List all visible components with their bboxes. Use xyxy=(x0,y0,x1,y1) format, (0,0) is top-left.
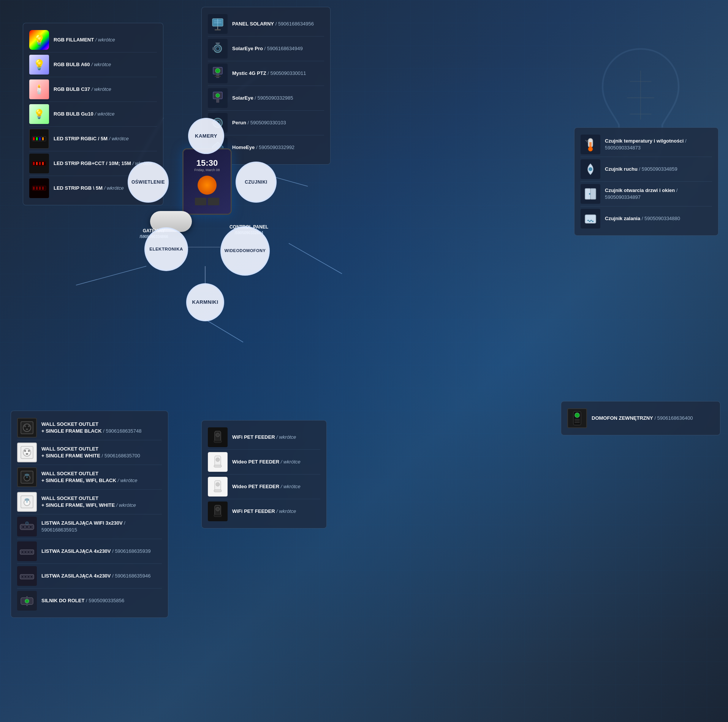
list-item: °C Czujnik temperatury i wilgotności / 5… xyxy=(581,132,712,157)
socket-wifi-white-text: WALL SOCKET OUTLET+ SINGLE FRAME, WIFI, … xyxy=(41,495,136,509)
list-item: Czujnik otwarcia drzwi i okien / 5905090… xyxy=(581,182,712,206)
czujnik-drzwi-icon xyxy=(581,184,600,204)
domofon-icon xyxy=(567,408,587,428)
list-item: WiFi PET FEEDER / wkrótce xyxy=(208,425,320,450)
wifi-pet-feeder-1-icon xyxy=(208,427,228,447)
socket-wifi-black-text: WALL SOCKET OUTLET+ SINGLE FRAME, WIFI, … xyxy=(41,470,137,484)
svg-point-85 xyxy=(28,551,30,553)
svg-rect-51 xyxy=(42,187,44,190)
list-item: SolarEye Pro / 5906168634949 xyxy=(208,36,324,61)
solareye-pro-text: SolarEye Pro / 5906168634949 xyxy=(232,45,303,52)
list-item: PANEL SOLARNY / 5906168634956 xyxy=(208,12,324,36)
wifi-pet-feeder-2-icon xyxy=(208,501,228,521)
wideo-pet-feeder-1-icon xyxy=(208,452,228,472)
svg-rect-40 xyxy=(39,137,41,140)
svg-rect-100 xyxy=(574,422,580,423)
listwa-4x230-a-text: LISTWA ZASILAJĄCA 4x230V / 5906168635939 xyxy=(41,548,150,555)
svg-rect-54 xyxy=(589,142,592,148)
list-item: WALL SOCKET OUTLET+ SINGLE FRAME WHITE /… xyxy=(17,440,162,465)
list-item: LISTWA ZASILAJĄCA 4x230V / 5906168635946 xyxy=(17,564,162,589)
silnik-rolet-text: SILNIK DO ROLET / 5905090335856 xyxy=(41,597,124,604)
domofon-text: DOMOFON ZEWNĘTRZNY / 5906168636400 xyxy=(592,415,693,422)
svg-point-56 xyxy=(589,167,592,171)
listwa-4x230-a-icon xyxy=(17,541,37,561)
list-item: 💡 RGB BULB Gu10 / wkrótce xyxy=(29,102,157,127)
feeders-panel: WiFi PET FEEDER / wkrótce Wideo PET FEED… xyxy=(201,420,327,528)
svg-rect-60 xyxy=(585,215,596,223)
elektronika-label: ELEKTRONIKA xyxy=(149,247,183,252)
listwa-4x230-b-text: LISTWA ZASILAJĄCA 4x230V / 5906168635946 xyxy=(41,573,150,579)
sensors-panel: °C Czujnik temperatury i wilgotności / 5… xyxy=(574,127,719,236)
svg-rect-33 xyxy=(216,99,219,103)
wideodomofony-node: WIDEODOMOFONY xyxy=(220,226,270,276)
svg-rect-48 xyxy=(33,187,35,190)
rgb-fillament-icon: 💡 xyxy=(29,30,49,50)
svg-point-84 xyxy=(25,551,27,553)
svg-rect-41 xyxy=(42,137,44,140)
czujnik-zalania-text: Czujnik zalania / 5905090334880 xyxy=(605,215,680,222)
homeeye-text: HomeEye / 5905090332992 xyxy=(232,144,294,151)
svg-point-25 xyxy=(216,47,220,51)
panel-solarny-icon xyxy=(208,14,228,34)
svg-rect-81 xyxy=(26,522,28,524)
czujniki-label: CZUJNIKI xyxy=(245,179,267,185)
led-strip-rgbcct-icon xyxy=(29,154,49,173)
socket-black-icon xyxy=(17,418,37,438)
tablet-circle xyxy=(198,176,217,195)
svg-point-75 xyxy=(24,500,30,506)
czujniki-node: CZUJNIKI xyxy=(236,162,277,203)
czujnik-drzwi-text: Czujnik otwarcia drzwi i okien / 5905090… xyxy=(605,187,712,201)
panel-solarny-text: PANEL SOLARNY / 5906168634956 xyxy=(232,21,314,27)
tablet-date: Friday, March 08 xyxy=(195,168,220,172)
socket-black-text: WALL SOCKET OUTLET+ SINGLE FRAME BLACK /… xyxy=(41,421,141,435)
list-item: Perun / 5905090330103 xyxy=(208,111,324,135)
svg-rect-58 xyxy=(590,189,596,199)
svg-point-72 xyxy=(24,475,30,481)
led-strip-rgbic-icon xyxy=(29,129,49,149)
oswietlenie-label: OŚWIETLENIE xyxy=(131,179,165,185)
svg-point-64 xyxy=(28,425,30,427)
mystic-4g-ptz-text: Mystic 4G PTZ / 5905090330011 xyxy=(232,70,306,77)
svg-point-88 xyxy=(22,576,24,578)
svg-rect-108 xyxy=(214,490,222,492)
svg-point-89 xyxy=(25,576,27,578)
tablet-time: 15:30 xyxy=(196,158,218,168)
czujnik-zalania-icon xyxy=(581,209,600,229)
svg-point-59 xyxy=(589,193,590,195)
solareye-pro-icon xyxy=(208,39,228,59)
czujnik-temp-icon: °C xyxy=(581,135,600,154)
cam-thumb-1 xyxy=(195,198,206,205)
wifi-pet-feeder-1-text: WiFi PET FEEDER / wkrótce xyxy=(232,434,296,441)
list-item: LISTWA ZASILAJĄCA 4x230V / 5906168635939 xyxy=(17,539,162,564)
svg-rect-20 xyxy=(215,29,221,30)
svg-point-109 xyxy=(216,482,220,486)
svg-point-86 xyxy=(31,551,33,553)
svg-rect-111 xyxy=(214,514,222,517)
list-item: Wideo PET FEEDER / wkrótce xyxy=(208,450,320,474)
list-item: 💡 RGB BULB A60 / wkrótce xyxy=(29,52,157,77)
svg-point-80 xyxy=(30,526,32,528)
led-strip-rgb-text: LED STRIP RGB \ 5M / wkrótce xyxy=(54,185,124,192)
list-item: WALL SOCKET OUTLET+ SINGLE FRAME BLACK /… xyxy=(17,416,162,440)
rgb-bulb-gu10-icon: 💡 xyxy=(29,104,49,124)
list-item: WALL SOCKET OUTLET+ SINGLE FRAME, WIFI, … xyxy=(17,490,162,514)
svg-rect-95 xyxy=(26,603,28,606)
svg-point-83 xyxy=(22,551,24,553)
list-item: Mystic 4G PTZ / 5905090330011 xyxy=(208,61,324,86)
svg-rect-43 xyxy=(33,162,35,165)
rgb-bulb-gu10-text: RGB BULB Gu10 / wkrótce xyxy=(54,111,114,117)
czujnik-ruchu-text: Czujnik ruchu / 5905090334859 xyxy=(605,166,677,173)
rgb-fillament-text: RGB FILLAMENT / wkrótce xyxy=(54,36,115,43)
electronics-panel: WALL SOCKET OUTLET+ SINGLE FRAME BLACK /… xyxy=(11,411,168,618)
socket-wifi-black-icon xyxy=(17,467,37,487)
svg-point-93 xyxy=(25,599,29,603)
wifi-pet-feeder-2-text: WiFi PET FEEDER / wkrótce xyxy=(232,508,296,515)
domofon-panel: DOMOFON ZEWNĘTRZNY / 5906168636400 xyxy=(561,401,720,435)
list-item: Czujnik zalania / 5905090334880 xyxy=(581,206,712,231)
list-item: LISTWA ZASILAJĄCA WIFI 3x230V / 59061686… xyxy=(17,514,162,539)
svg-point-63 xyxy=(24,425,26,427)
cam-thumb-2 xyxy=(208,198,219,205)
list-item: WiFi PET FEEDER / wkrótce xyxy=(208,499,320,524)
mystic-4g-ptz-icon xyxy=(208,63,228,83)
wideo-pet-feeder-1-text: Wideo PET FEEDER / wkrótce xyxy=(232,459,301,465)
